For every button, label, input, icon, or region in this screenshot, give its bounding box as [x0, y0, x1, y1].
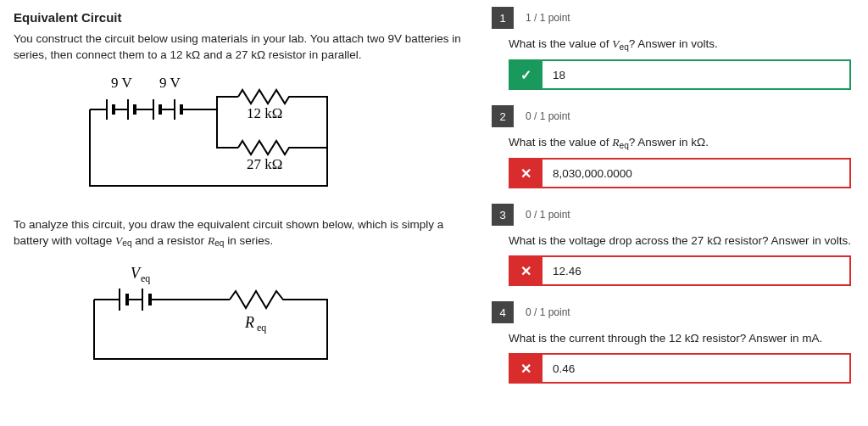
answer-row: ✕12.46 — [509, 255, 851, 286]
question-block-1: 11 / 1 pointWhat is the value of Veq? An… — [492, 7, 854, 90]
answer-value[interactable]: 0.46 — [542, 353, 851, 384]
answer-value[interactable]: 12.46 — [542, 255, 851, 286]
circuit-diagram-1: 9 V 9 V 12 kΩ 27 kΩ — [64, 76, 441, 205]
description-1: You construct the circuit below using ma… — [14, 31, 475, 64]
x-icon: ✕ — [509, 158, 542, 188]
description-2: To analyze this circuit, you draw the eq… — [14, 217, 475, 249]
question-block-2: 20 / 1 pointWhat is the value of Req? An… — [492, 105, 854, 188]
right-column: 11 / 1 pointWhat is the value of Veq? An… — [492, 0, 868, 426]
left-column: Equivalent Circuit You construct the cir… — [0, 0, 492, 426]
diagram1-r1-label: 12 kΩ — [247, 105, 282, 121]
diagram2-rsub-label: eq — [257, 322, 266, 334]
question-prompt: What is the voltage drop across the 27 k… — [509, 234, 854, 247]
question-points: 0 / 1 point — [526, 110, 570, 122]
circuit-diagram-2: V eq R eq — [64, 261, 441, 374]
question-header: 30 / 1 point — [492, 204, 854, 226]
answer-value[interactable]: 8,030,000.0000 — [542, 158, 851, 188]
question-number: 2 — [492, 105, 514, 127]
question-header: 40 / 1 point — [492, 301, 854, 323]
question-block-4: 40 / 1 pointWhat is the current through … — [492, 301, 854, 384]
x-icon: ✕ — [509, 255, 542, 286]
question-prompt: What is the current through the 12 kΩ re… — [509, 332, 854, 345]
diagram1-r2-label: 27 kΩ — [247, 156, 282, 172]
answer-row: ✕0.46 — [509, 353, 851, 384]
diagram2-r-label: R — [244, 314, 254, 331]
question-prompt: What is the value of Veq? Answer in volt… — [509, 37, 854, 51]
question-header: 11 / 1 point — [492, 7, 854, 29]
check-icon: ✓ — [509, 59, 542, 90]
question-number: 1 — [492, 7, 514, 29]
answer-row: ✕8,030,000.0000 — [509, 158, 851, 188]
question-points: 1 / 1 point — [526, 12, 570, 24]
answer-value[interactable]: 18 — [542, 59, 851, 90]
page-title: Equivalent Circuit — [14, 10, 475, 25]
question-number: 4 — [492, 301, 514, 323]
diagram1-v2-label: 9 V — [159, 76, 181, 91]
question-points: 0 / 1 point — [526, 306, 570, 318]
diagram2-vsub-label: eq — [141, 272, 150, 284]
answer-row: ✓18 — [509, 59, 851, 90]
question-number: 3 — [492, 204, 514, 226]
question-points: 0 / 1 point — [526, 209, 570, 221]
x-icon: ✕ — [509, 353, 542, 384]
diagram1-v1-label: 9 V — [111, 76, 132, 91]
question-header: 20 / 1 point — [492, 105, 854, 127]
question-prompt: What is the value of Req? Answer in kΩ. — [509, 136, 854, 149]
question-block-3: 30 / 1 pointWhat is the voltage drop acr… — [492, 204, 854, 286]
